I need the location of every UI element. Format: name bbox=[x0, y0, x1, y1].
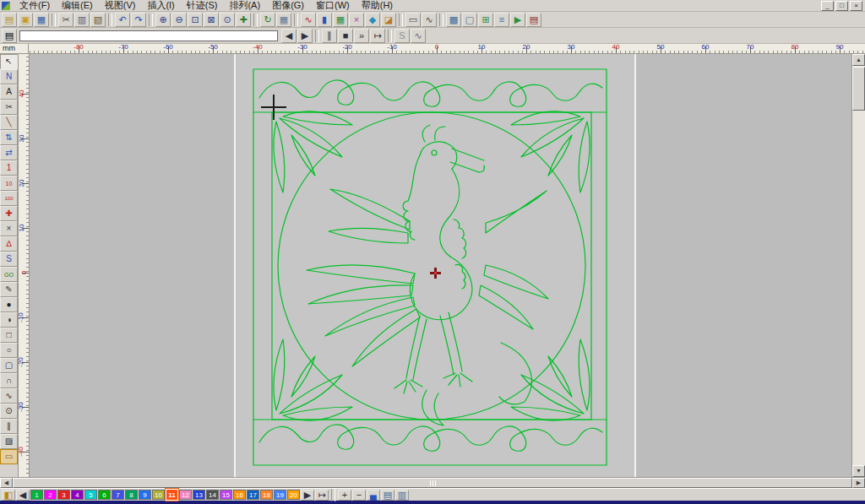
show-needle-points-button[interactable]: ⊞ bbox=[478, 13, 493, 27]
save-design-button[interactable]: ▦ bbox=[34, 13, 49, 27]
stitch-run-button[interactable]: ∿ bbox=[301, 13, 316, 27]
scroll-up-button[interactable]: ▲ bbox=[852, 54, 865, 66]
rectangle-tool[interactable]: □ bbox=[0, 328, 18, 343]
stitch-length-10-tool[interactable]: 10 bbox=[0, 176, 18, 191]
select-objects-button[interactable]: ▭ bbox=[405, 13, 421, 27]
color-swatch-20[interactable]: 20 bbox=[287, 490, 300, 500]
color-swatch-8[interactable]: 8 bbox=[125, 490, 138, 500]
menu-insert[interactable]: 插入(I) bbox=[141, 0, 180, 11]
redo-button[interactable]: ↷ bbox=[131, 13, 146, 27]
design-filter-button[interactable]: ▤ bbox=[2, 29, 17, 43]
zoom-window-button[interactable]: ⊡ bbox=[188, 13, 203, 27]
color-swatch-3[interactable]: 3 bbox=[57, 490, 70, 500]
new-design-button[interactable]: ▤ bbox=[2, 13, 17, 27]
show-connectors-button[interactable]: ≡ bbox=[494, 13, 509, 27]
pause-button[interactable]: ∥ bbox=[322, 29, 337, 43]
step-forward-button[interactable]: » bbox=[354, 29, 369, 43]
circle-center-tool[interactable]: ⊙ bbox=[0, 404, 18, 419]
arc-tool[interactable]: ∩ bbox=[0, 373, 18, 388]
menu-arrange[interactable]: 排列(A) bbox=[223, 0, 266, 11]
color-swatch-5[interactable]: 5 bbox=[84, 490, 97, 500]
color-swatch-18[interactable]: 18 bbox=[260, 490, 273, 500]
travel-curve-button[interactable]: ∿ bbox=[411, 29, 426, 43]
stitch-motif-button[interactable]: ◆ bbox=[365, 13, 380, 27]
color-swatch-17[interactable]: 17 bbox=[247, 490, 259, 500]
delete-point-tool[interactable]: × bbox=[0, 221, 18, 236]
undo-button[interactable]: ↶ bbox=[115, 13, 130, 27]
color-swatch-7[interactable]: 7 bbox=[112, 490, 124, 500]
jump-end-button[interactable]: ↦ bbox=[370, 29, 385, 43]
cut-button[interactable]: ✂ bbox=[58, 13, 73, 27]
wave-tool[interactable]: ∿ bbox=[0, 388, 18, 404]
menu-stitch[interactable]: 针迹(S) bbox=[181, 0, 224, 11]
design-properties-button[interactable]: ▤ bbox=[526, 13, 541, 27]
color-swatch-11[interactable]: 11 bbox=[166, 489, 178, 501]
menu-view[interactable]: 视图(V) bbox=[99, 0, 142, 11]
zoom-in-button[interactable]: ⊕ bbox=[155, 13, 171, 27]
color-swatch-13[interactable]: 13 bbox=[193, 490, 205, 500]
color-swatch-2[interactable]: 2 bbox=[44, 490, 57, 500]
color-bar-button[interactable]: ▄ bbox=[367, 490, 380, 501]
scissors-tool[interactable]: ✂ bbox=[0, 100, 18, 115]
vertical-scroll-thumb[interactable] bbox=[852, 67, 865, 111]
add-color-button[interactable]: + bbox=[338, 490, 351, 501]
insert-point-tool[interactable]: ✚ bbox=[0, 206, 18, 221]
zoom-fit-button[interactable]: ⊠ bbox=[204, 13, 219, 27]
angle-measure-tool[interactable]: ∆ bbox=[0, 236, 18, 252]
rounded-rect-tool[interactable]: ▢ bbox=[0, 358, 18, 373]
menu-help[interactable]: 帮助(H) bbox=[356, 0, 399, 11]
menu-edit[interactable]: 编辑(E) bbox=[56, 0, 99, 11]
copy-button[interactable]: ▥ bbox=[74, 13, 90, 27]
paste-button[interactable]: ▧ bbox=[90, 13, 106, 27]
design-info-input[interactable] bbox=[19, 30, 278, 41]
pan-button[interactable]: ✚ bbox=[236, 13, 251, 27]
frame-tool[interactable]: ▭ bbox=[0, 449, 18, 464]
ruler-horizontal-toggle-button[interactable]: ▤ bbox=[381, 490, 394, 501]
horizontal-scroll-thumb[interactable] bbox=[13, 478, 852, 488]
menu-file[interactable]: 文件(F) bbox=[14, 0, 56, 11]
stitch-length-100-tool[interactable]: 100 bbox=[0, 191, 18, 206]
show-stitches-button[interactable]: ▩ bbox=[446, 13, 461, 27]
open-design-button[interactable]: ▣ bbox=[18, 13, 33, 27]
node-edit-tool[interactable]: N bbox=[0, 69, 18, 84]
play-backward-button[interactable]: ◀ bbox=[281, 29, 296, 43]
color-swatch-14[interactable]: 14 bbox=[206, 490, 219, 500]
color-swatch-19[interactable]: 19 bbox=[274, 490, 286, 500]
color-swatch-4[interactable]: 4 bbox=[71, 490, 84, 500]
go-tool[interactable]: GO bbox=[0, 267, 18, 282]
select-tool[interactable]: ↖ bbox=[0, 54, 18, 69]
show-grid-button[interactable]: ▦ bbox=[276, 13, 291, 27]
stitch-cross-button[interactable]: × bbox=[349, 13, 364, 27]
play-forward-button[interactable]: ▶ bbox=[297, 29, 313, 43]
canvas[interactable] bbox=[30, 54, 851, 477]
color-swatch-9[interactable]: 9 bbox=[139, 490, 151, 500]
scroll-down-button[interactable]: ▼ bbox=[852, 465, 865, 477]
lettering-tool[interactable]: A bbox=[0, 84, 18, 100]
zoom-out-button[interactable]: ⊖ bbox=[171, 13, 187, 27]
speed-button[interactable]: S bbox=[394, 29, 410, 43]
scroll-right-button[interactable]: ▶ bbox=[852, 478, 865, 488]
color-swatch-6[interactable]: 6 bbox=[98, 490, 111, 500]
color-swatch-10[interactable]: 10 bbox=[152, 490, 165, 500]
stitch-applique-button[interactable]: ◪ bbox=[381, 13, 396, 27]
stitch-length-1-tool[interactable]: 1 bbox=[0, 160, 18, 176]
stop-button[interactable]: ■ bbox=[338, 29, 353, 43]
knife-tool[interactable]: ╲ bbox=[0, 115, 18, 130]
zoom-actual-button[interactable]: ⊙ bbox=[220, 13, 235, 27]
vertical-scrollbar[interactable]: ▲ ▼ bbox=[851, 54, 865, 477]
show-outline-button[interactable]: ▢ bbox=[462, 13, 477, 27]
slow-redraw-button[interactable]: ▶ bbox=[510, 13, 525, 27]
s-curve-tool[interactable]: S bbox=[0, 252, 18, 267]
window-close-button[interactable]: × bbox=[850, 1, 862, 11]
color-swatch-1[interactable]: 1 bbox=[30, 490, 43, 500]
color-swatch-12[interactable]: 12 bbox=[179, 490, 192, 500]
menu-image[interactable]: 图像(G) bbox=[266, 0, 310, 11]
reshape-button[interactable]: ∿ bbox=[422, 13, 437, 27]
window-minimize-button[interactable]: _ bbox=[821, 1, 834, 11]
ruler-vertical-toggle-button[interactable]: ▥ bbox=[395, 490, 409, 501]
thread-colors-button[interactable]: ◧ bbox=[2, 490, 15, 501]
fill-tool[interactable]: ● bbox=[0, 297, 18, 312]
color-swatch-15[interactable]: 15 bbox=[220, 490, 232, 500]
hatch-fill-tool[interactable]: ▨ bbox=[0, 434, 18, 449]
scroll-left-button[interactable]: ◀ bbox=[0, 478, 13, 488]
